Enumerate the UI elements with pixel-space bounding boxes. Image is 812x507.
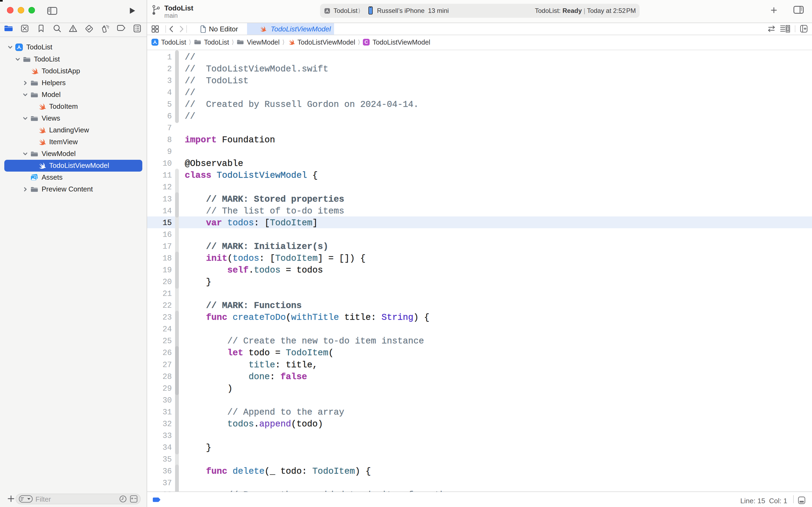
svg-text:C: C: [365, 40, 368, 45]
